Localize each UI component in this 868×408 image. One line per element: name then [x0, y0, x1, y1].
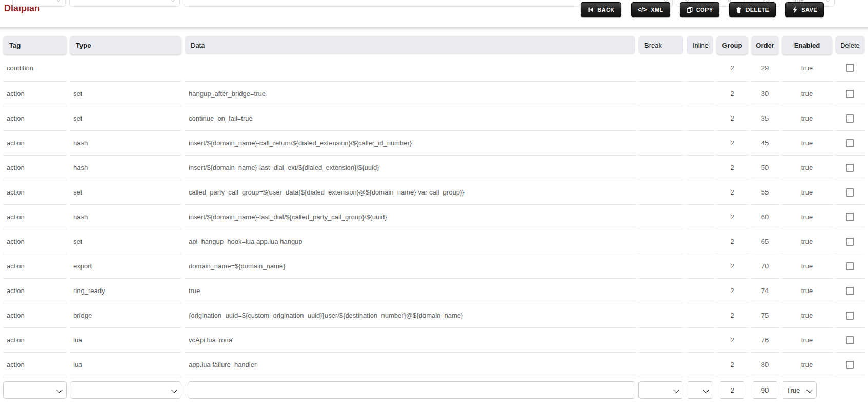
column-header-break: Break [638, 36, 683, 54]
new-tag-select[interactable] [3, 381, 67, 399]
column-header-inline: Inline [687, 36, 713, 54]
cell-break [638, 106, 683, 131]
column-header-order[interactable]: Order [751, 36, 779, 54]
trash-icon [736, 7, 742, 13]
cell-tag: action [3, 303, 67, 328]
cell-enabled: true [782, 303, 832, 328]
new-type-select[interactable] [70, 381, 181, 399]
cell-data: called_party_call_group=${user_data(${di… [185, 180, 635, 205]
xml-button[interactable]: </> XML [631, 2, 670, 17]
cell-group: 2 [716, 303, 748, 328]
cell-inline [687, 106, 713, 131]
cell-inline [687, 82, 713, 106]
cell-group: 2 [716, 180, 748, 205]
new-data-input[interactable] [188, 381, 635, 399]
table-row: action set hangup_after_bridge=true 2 30… [3, 82, 865, 106]
cell-break [638, 254, 683, 279]
cell-tag: condition [3, 54, 67, 82]
back-button[interactable]: BACK [581, 2, 621, 17]
cell-data: api_hangup_hook=lua app.lua hangup [185, 229, 635, 254]
cell-order: 65 [751, 229, 779, 254]
cell-group: 2 [716, 82, 748, 106]
column-header-enabled[interactable]: Enabled [782, 36, 832, 54]
delete-checkbox[interactable] [846, 287, 854, 295]
table-row: condition 2 29 true [3, 54, 865, 82]
new-break-select[interactable] [638, 381, 683, 399]
copy-button-label: COPY [696, 7, 713, 13]
delete-checkbox[interactable] [846, 312, 854, 320]
new-group-input[interactable] [719, 381, 745, 399]
delete-checkbox[interactable] [846, 64, 854, 72]
cell-break [638, 279, 683, 303]
cell-group: 2 [716, 156, 748, 180]
table-row: action hash insert/${domain_name}-last_d… [3, 205, 865, 229]
delete-checkbox[interactable] [846, 361, 854, 369]
cell-data: domain_name=${domain_name} [185, 254, 635, 279]
cell-group: 2 [716, 131, 748, 156]
cell-order: 76 [751, 328, 779, 353]
delete-checkbox[interactable] [846, 114, 854, 123]
cell-order: 35 [751, 106, 779, 131]
cell-break [638, 54, 683, 82]
cell-break [638, 205, 683, 229]
cell-type: lua [70, 328, 181, 353]
new-order-input[interactable] [752, 381, 778, 399]
top-input-1[interactable] [184, 0, 580, 7]
delete-button[interactable]: DELETE [729, 2, 776, 17]
top-select-2[interactable] [69, 0, 180, 7]
cell-inline [687, 254, 713, 279]
cell-group: 2 [716, 229, 748, 254]
cell-order: 45 [751, 131, 779, 156]
cell-inline [687, 180, 713, 205]
cell-tag: action [3, 229, 67, 254]
cell-break [638, 229, 683, 254]
column-header-group[interactable]: Group [716, 36, 748, 54]
delete-checkbox[interactable] [846, 164, 854, 172]
top-select-1[interactable] [12, 0, 66, 7]
delete-checkbox[interactable] [846, 90, 854, 98]
cell-type: set [70, 229, 181, 254]
cell-enabled: true [782, 131, 832, 156]
cell-break [638, 353, 683, 377]
cell-type: export [70, 254, 181, 279]
cell-order: 80 [751, 353, 779, 377]
cell-data: continue_on_fail=true [185, 106, 635, 131]
cell-inline [687, 131, 713, 156]
column-header-tag[interactable]: Tag [3, 36, 67, 54]
cell-group: 2 [716, 205, 748, 229]
cell-inline [687, 328, 713, 353]
table-row: action hash insert/${domain_name}-call_r… [3, 131, 865, 156]
cell-enabled: true [782, 106, 832, 131]
cell-enabled: true [782, 254, 832, 279]
copy-button[interactable]: COPY [680, 2, 720, 17]
delete-checkbox[interactable] [846, 139, 854, 147]
cell-data: {origination_uuid=${custom_origination_u… [185, 303, 635, 328]
cell-break [638, 156, 683, 180]
delete-checkbox[interactable] [846, 262, 854, 270]
new-inline-select[interactable] [687, 381, 713, 399]
cell-order: 75 [751, 303, 779, 328]
table-row: action set api_hangup_hook=lua app.lua h… [3, 229, 865, 254]
cell-tag: action [3, 205, 67, 229]
delete-checkbox[interactable] [846, 336, 854, 344]
dialplan-details-table: Tag Type Data Break Inline Group Order E… [0, 36, 868, 408]
delete-checkbox[interactable] [846, 238, 854, 246]
cell-enabled: true [782, 328, 832, 353]
save-button[interactable]: SAVE [785, 2, 824, 17]
cell-break [638, 180, 683, 205]
delete-checkbox[interactable] [846, 188, 854, 197]
cell-tag: action [3, 106, 67, 131]
table-row: action bridge {origination_uuid=${custom… [3, 303, 865, 328]
cell-group: 2 [716, 353, 748, 377]
cell-break [638, 303, 683, 328]
cell-type [70, 54, 181, 82]
skip-back-icon [588, 7, 594, 13]
delete-checkbox[interactable] [846, 213, 854, 221]
column-header-type[interactable]: Type [70, 36, 181, 54]
new-enabled-select[interactable]: True [782, 381, 817, 399]
cell-tag: action [3, 180, 67, 205]
cell-enabled: true [782, 205, 832, 229]
cell-enabled: true [782, 229, 832, 254]
toolbar: BACK </> XML COPY DELETE SAVE [581, 2, 824, 17]
cell-data: insert/${domain_name}-last_dial/${called… [185, 205, 635, 229]
